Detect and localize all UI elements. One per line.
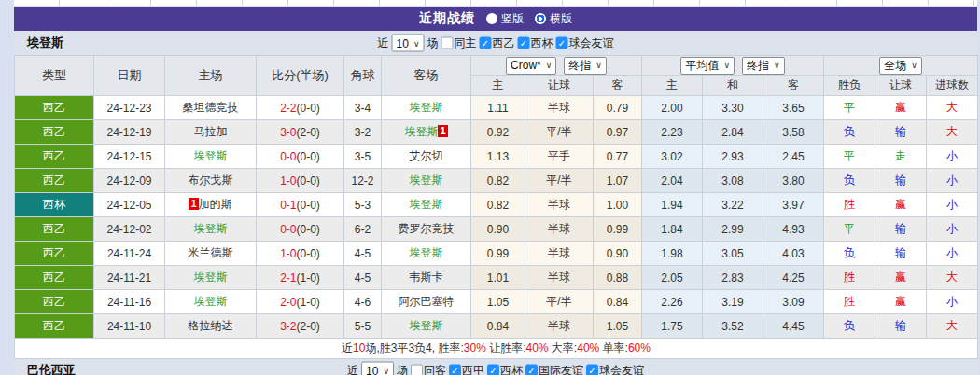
radio-horizontal-label[interactable]: 横版 — [550, 11, 572, 27]
away-team: 埃登斯 — [382, 193, 471, 217]
handicap-odds-group-header: Crow* ∨ 终指 ∨ — [471, 56, 642, 76]
match-date: 24-12-19 — [94, 120, 165, 145]
odds-time-select[interactable]: 终指 ∨ — [564, 57, 607, 75]
checkbox-checked-icon[interactable]: ✓ — [525, 365, 538, 375]
radio-button-checked-icon[interactable] — [535, 13, 546, 24]
summary-segment: 30% — [464, 341, 486, 354]
col-header-date: 日期 — [94, 56, 165, 96]
full-score: 3-2 — [280, 320, 296, 333]
euro-home: 2.04 — [642, 169, 703, 193]
score-cell: 1-0(0-0) — [257, 169, 344, 193]
checkbox-checked-icon[interactable]: ✓ — [479, 37, 491, 49]
summary-segment: 让胜率: — [486, 341, 526, 354]
euro-away: 4.45 — [763, 314, 824, 339]
checkbox-unchecked-icon[interactable] — [441, 37, 453, 49]
handicap-result: 输 — [875, 217, 927, 242]
league-filter-label[interactable]: 西杯 — [500, 363, 523, 375]
euro-away: 2.45 — [763, 145, 824, 169]
same-venue-filter[interactable]: 同主 — [441, 35, 476, 51]
checkbox-checked-icon[interactable]: ✓ — [555, 37, 567, 49]
odds-handicap: 半球 — [525, 193, 594, 217]
odds-source-select[interactable]: Crow* ∨ — [506, 57, 556, 75]
league-filter-2[interactable]: ✓ 球会友谊 — [555, 35, 613, 51]
match-date: 24-11-21 — [94, 266, 165, 290]
europe-source-value: 平均值 — [685, 58, 719, 74]
home-team: 布尔戈斯 — [165, 169, 257, 193]
radio-vertical-view[interactable]: 竖版 — [486, 11, 524, 27]
summary-segment: 近 — [342, 341, 353, 354]
league-filter-label[interactable]: 球会友谊 — [568, 35, 613, 51]
table-header-dropdown-row: 类型 日期 主场 比分(半场) 角球 客场 Crow* ∨ 终指 ∨ — [15, 56, 978, 76]
league-filter-0[interactable]: ✓ 西甲 — [449, 363, 484, 375]
home-team: 格拉纳达 — [165, 314, 257, 339]
chevron-down-icon: ∨ — [911, 61, 917, 70]
corner-count: 3-5 — [344, 145, 382, 169]
league-filter-label[interactable]: 西乙 — [492, 35, 514, 51]
europe-time-select[interactable]: 终指 ∨ — [742, 57, 785, 75]
col-header-odds-home: 主 — [471, 76, 525, 96]
half-score: (2-0) — [297, 320, 320, 333]
radio-horizontal-view[interactable]: 横版 — [535, 11, 572, 27]
radio-button-icon[interactable] — [486, 13, 497, 24]
odds-handicap: 平手 — [525, 145, 594, 169]
score-cell: 2-0(1-0) — [257, 290, 344, 314]
league-filter-label[interactable]: 西杯 — [530, 35, 553, 51]
europe-source-select[interactable]: 平均值 ∨ — [680, 57, 735, 75]
score-cell: 2-1(1-0) — [257, 266, 344, 290]
checkbox-unchecked-icon[interactable] — [411, 365, 423, 375]
checkbox-checked-icon[interactable]: ✓ — [487, 365, 499, 375]
previous-table-row-sliver — [14, 0, 977, 6]
euro-home: 2.00 — [642, 96, 703, 120]
checkbox-checked-icon[interactable]: ✓ — [517, 37, 529, 49]
away-team-name: 巴伦西亚 — [27, 362, 76, 375]
red-card-badge: 1 — [189, 198, 198, 210]
home-team: 埃登斯 — [165, 290, 257, 314]
section-title-bar: 近期战绩 竖版 横版 — [14, 7, 977, 31]
league-filter-1[interactable]: ✓ 西杯 — [487, 363, 523, 375]
league-filter-0[interactable]: ✓ 西乙 — [479, 35, 514, 51]
odds-handicap: 半球 — [525, 242, 594, 266]
away-team: 埃登斯 — [382, 169, 471, 193]
league-filter-label[interactable]: 球会友谊 — [599, 363, 644, 375]
same-venue-label[interactable]: 同主 — [454, 35, 476, 51]
summary-segment: 场,胜3平3负4, 胜率: — [365, 341, 463, 354]
radio-vertical-label[interactable]: 竖版 — [501, 11, 524, 27]
handicap-result: 赢 — [875, 266, 927, 290]
handicap-result: 输 — [875, 314, 927, 339]
col-header-home: 主场 — [165, 56, 257, 96]
euro-away: 3.65 — [763, 96, 824, 120]
col-header-wdl: 胜负 — [824, 76, 875, 96]
league-badge: 西乙 — [15, 145, 94, 169]
home-team: 埃登斯 — [165, 145, 257, 169]
odds-home: 0.90 — [471, 217, 525, 242]
chevron-down-icon: ∨ — [546, 61, 553, 70]
league-filter-label[interactable]: 国际友谊 — [539, 363, 583, 375]
league-filter-2[interactable]: ✓ 国际友谊 — [525, 363, 583, 375]
score-cell: 0-0(0-0) — [257, 145, 344, 169]
checkbox-checked-icon[interactable]: ✓ — [586, 365, 598, 375]
odds-handicap: 平/半 — [525, 290, 594, 314]
match-count-select[interactable]: 10 ∨ — [361, 362, 394, 375]
summary-segment: 单率: — [599, 341, 628, 354]
league-filter-1[interactable]: ✓ 西杯 — [517, 35, 553, 51]
check-icon: ✓ — [520, 38, 527, 48]
goals-result: 小 — [927, 290, 978, 314]
half-score: (1-0) — [297, 271, 320, 285]
checkbox-checked-icon[interactable]: ✓ — [449, 365, 461, 375]
league-filter-3[interactable]: ✓ 球会友谊 — [586, 363, 644, 375]
same-venue-filter[interactable]: 同客 — [411, 363, 446, 375]
euro-home: 1.94 — [642, 193, 703, 217]
result-scope-select[interactable]: 全场 ∨ — [879, 57, 922, 75]
euro-home: 2.05 — [642, 266, 703, 290]
away-team: 埃登斯 — [382, 96, 471, 120]
wdl-result: 胜 — [824, 266, 875, 290]
recent-label: 近 — [378, 35, 389, 51]
odds-away: 0.97 — [594, 120, 642, 145]
match-count-select[interactable]: 10 ∨ — [392, 35, 425, 52]
same-venue-label[interactable]: 同客 — [424, 363, 446, 375]
corner-count: 4-6 — [344, 290, 382, 314]
league-filter-label[interactable]: 西甲 — [462, 363, 484, 375]
odds-time-value: 终指 — [568, 58, 591, 74]
league-badge: 西乙 — [15, 242, 94, 266]
odds-away: 0.99 — [594, 217, 642, 242]
